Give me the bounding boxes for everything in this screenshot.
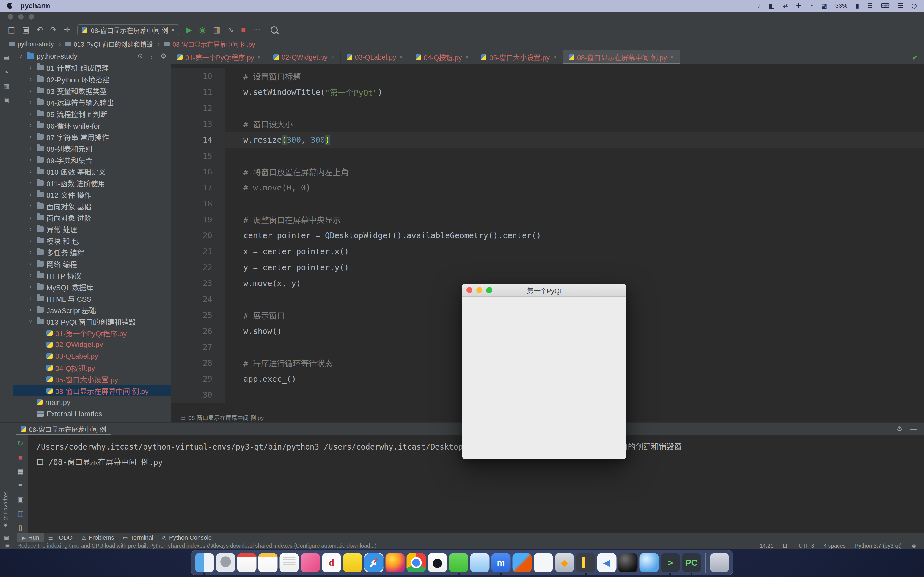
zoom-icon[interactable]	[29, 14, 34, 19]
menubar-status-icon[interactable]: ♪	[758, 2, 761, 9]
statusbar-item[interactable]: UTF-8	[799, 543, 814, 549]
chevron-icon[interactable]	[27, 260, 34, 268]
tree-item[interactable]: 网络 编程	[13, 258, 171, 269]
code-line[interactable]: 15	[171, 148, 924, 164]
pyqt-titlebar[interactable]: 第一个PyQt	[462, 284, 626, 297]
toolbar-run-icon[interactable]: ▦	[213, 26, 220, 34]
tree-item[interactable]: 多任务 编程	[13, 247, 171, 258]
dock-icon[interactable]	[343, 553, 362, 572]
chevron-icon[interactable]	[27, 203, 34, 210]
editor-tab[interactable]: 02-QWidget.py ×	[267, 50, 341, 64]
toolbar-run-icon[interactable]: ⋯	[253, 26, 261, 34]
dock-icon[interactable]	[301, 553, 320, 572]
toolwindow-button[interactable]: ☰ TODO	[44, 533, 77, 542]
statusbar-toggle-icon[interactable]: ▣	[5, 543, 10, 549]
chevron-icon[interactable]	[27, 168, 34, 175]
code-line[interactable]: 22y = center_pointer.y()	[171, 259, 924, 275]
tree-item[interactable]: 012-文件 操作	[13, 189, 171, 200]
tree-item[interactable]: 02-QWidget.py	[13, 339, 171, 350]
tree-item[interactable]: JavaScript 基础	[13, 304, 171, 316]
tree-item[interactable]: External Libraries	[13, 408, 171, 419]
project-root-row[interactable]: python-study ⊙⋮⚙	[13, 50, 171, 62]
code-line[interactable]: 21x = center_pointer.x()	[171, 243, 924, 259]
run-side-icon[interactable]: ■	[18, 453, 23, 462]
code-line[interactable]: 12	[171, 100, 924, 116]
bookmark-stripe-icon[interactable]: ▣	[3, 97, 9, 104]
toolbar-run-icon[interactable]: ▶	[186, 26, 192, 34]
dock-icon[interactable]	[195, 553, 214, 572]
toolbar-icon[interactable]: ↶	[37, 26, 43, 34]
chevron-icon[interactable]	[27, 306, 34, 314]
breadcrumb-item[interactable]: python-study	[9, 40, 63, 48]
code-line[interactable]: 20center_pointer = QDesktopWidget().avai…	[171, 227, 924, 243]
menubar-status-icon[interactable]: ▩	[821, 2, 827, 9]
chevron-icon[interactable]	[17, 53, 24, 60]
statusbar-item[interactable]: 4 spaces	[824, 543, 846, 549]
dock-icon[interactable]	[619, 553, 638, 572]
close-icon[interactable]: ×	[465, 53, 468, 61]
tree-item[interactable]: 011-函数 进阶使用	[13, 177, 171, 189]
dock-icon[interactable]: ▍	[576, 553, 595, 572]
menubar-status-icon[interactable]: ◧	[769, 2, 775, 9]
dock-icon[interactable]	[640, 553, 659, 572]
tree-item[interactable]: 09-字典和集合	[13, 154, 171, 166]
dock-trash[interactable]	[710, 553, 729, 572]
dock-icon[interactable]: ◆	[555, 553, 574, 572]
statusbar-item[interactable]: 14:21	[760, 543, 774, 549]
menubar-status-icon[interactable]: 33%	[835, 2, 847, 9]
apple-icon[interactable]	[7, 3, 13, 9]
dock-icon[interactable]	[258, 553, 278, 572]
toolwindow-toggle-icon[interactable]: ▣	[4, 534, 9, 541]
toolbar-icon[interactable]: ▣	[22, 26, 29, 34]
code-line[interactable]: 11w.setWindowTitle("第一个PyQt")	[171, 84, 924, 100]
tree-item[interactable]: 03-变量和数据类型	[13, 85, 171, 97]
chevron-icon[interactable]	[27, 214, 34, 221]
minimize-icon[interactable]	[18, 14, 24, 19]
dock-icon[interactable]	[279, 553, 299, 572]
tree-item[interactable]: 01-计算机 组成原理	[13, 62, 171, 73]
editor-tab[interactable]: 03-QLabel.py ×	[341, 50, 409, 64]
dock-icon[interactable]	[449, 553, 468, 572]
statusbar-message[interactable]: Reduce the indexing time and CPU load wi…	[17, 543, 376, 549]
chevron-icon[interactable]	[27, 318, 34, 325]
tree-item[interactable]: HTML 与 CSS	[13, 293, 171, 304]
chevron-icon[interactable]	[27, 133, 34, 140]
pyqt-app-window[interactable]: 第一个PyQt	[462, 284, 626, 459]
project-header-icon[interactable]: ⊙	[137, 52, 143, 60]
chevron-icon[interactable]	[27, 156, 34, 163]
dock-icon[interactable]: d	[322, 553, 341, 572]
structure-stripe-icon[interactable]: ▦	[3, 83, 9, 90]
dock-icon[interactable]: >	[661, 553, 680, 572]
dock-icon[interactable]	[364, 553, 384, 572]
project-stripe-icon[interactable]: ▤	[3, 54, 9, 61]
chevron-icon[interactable]	[27, 122, 34, 129]
code-line[interactable]: 13# 窗口设大小	[171, 116, 924, 132]
toolbar-icon[interactable]: ↷	[50, 26, 57, 34]
toolbar-run-icon[interactable]: ■	[241, 26, 246, 34]
tree-item[interactable]: 05-流程控制 if 判断	[13, 108, 171, 119]
menubar-status-icon[interactable]: ◴	[912, 2, 917, 9]
code-line[interactable]: 14w.resize(300, 300)	[171, 132, 924, 148]
chevron-icon[interactable]	[27, 76, 34, 83]
tree-item[interactable]: 04-运算符与输入输出	[13, 97, 171, 108]
chevron-icon[interactable]	[27, 98, 34, 106]
menubar-status-icon[interactable]: ⌨	[881, 2, 890, 9]
dock-icon[interactable]	[470, 553, 489, 572]
toolwindow-button[interactable]: ◎ Python Console	[158, 533, 216, 542]
menubar-status-icon[interactable]: ☰	[898, 2, 903, 9]
dock-icon[interactable]	[407, 553, 426, 572]
favorites-tab[interactable]: ★ 2: Favorites	[2, 491, 9, 529]
run-tab[interactable]: 08-窗口显示在屏幕中间 例	[16, 422, 111, 435]
editor-tab[interactable]: 01-第一个PyQt程序.py ×	[171, 50, 267, 64]
run-side-icon[interactable]: ≡	[18, 481, 22, 490]
tree-item[interactable]: 07-字符串 常用操作	[13, 131, 171, 143]
dock-icon[interactable]: PC	[682, 553, 701, 572]
run-header-icon[interactable]: —	[910, 425, 917, 433]
dock-icon[interactable]	[534, 553, 553, 572]
code-line[interactable]: 10# 设置窗口标题	[171, 68, 924, 84]
toolbar-run-icon[interactable]: ◉	[199, 26, 206, 34]
chevron-icon[interactable]	[27, 249, 34, 256]
editor-tab[interactable]: 04-Q按钮.py ×	[409, 50, 475, 64]
toolwindow-button[interactable]: ⚠ Problems	[77, 533, 118, 542]
close-icon[interactable]: ×	[670, 53, 674, 61]
